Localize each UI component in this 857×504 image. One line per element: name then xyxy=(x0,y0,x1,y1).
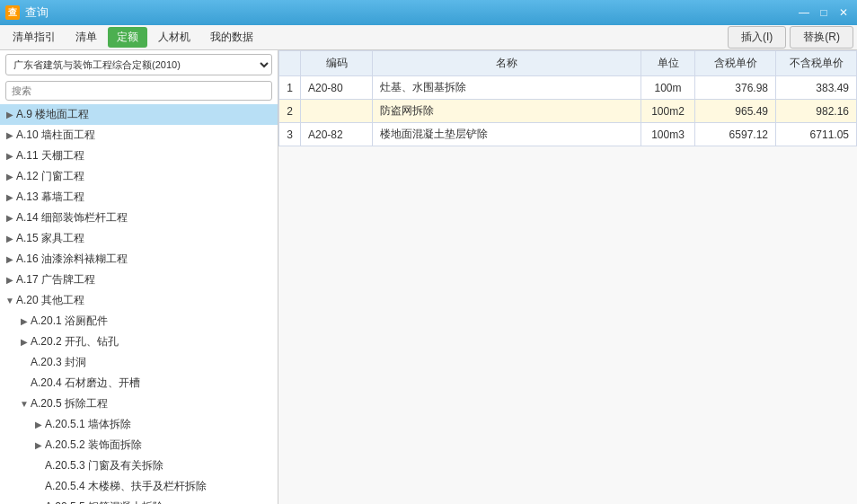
row-unit-3: 100m3 xyxy=(641,123,695,146)
tree-label-a11: A.11 天棚工程 xyxy=(16,148,274,164)
tree-item-a201[interactable]: ▶ A.20.1 浴厕配件 xyxy=(0,311,278,332)
tree-label-a203: A.20.3 封洞 xyxy=(31,355,274,370)
tree-toggle-a9: ▶ xyxy=(4,110,16,119)
row-notaxprice-1: 383.49 xyxy=(776,76,857,100)
tree-item-a17[interactable]: ▶ A.17 广告牌工程 xyxy=(0,270,278,290)
tree-label-a20: A.20 其他工程 xyxy=(16,293,274,308)
app-icon: 查 xyxy=(5,5,20,20)
tree-item-a12[interactable]: ▶ A.12 门窗工程 xyxy=(0,166,278,187)
insert-button[interactable]: 插入(I) xyxy=(728,26,786,49)
tree-label-a2054: A.20.5.4 木楼梯、扶手及栏杆拆除 xyxy=(45,479,274,494)
th-name: 名称 xyxy=(373,51,641,76)
row-taxprice-1: 376.98 xyxy=(695,76,776,100)
table-row[interactable]: 3 A20-82 楼地面混凝土垫层铲除 100m3 6597.12 6711.0… xyxy=(279,123,857,146)
maximize-button[interactable]: □ xyxy=(816,5,832,20)
menu-item-dingguo[interactable]: 定额 xyxy=(108,27,147,48)
tree-label-a12: A.12 门窗工程 xyxy=(16,169,274,184)
tree-item-a2055[interactable]: A.20.5.5 钢筋混凝土拆除 xyxy=(0,497,278,504)
th-notax-price: 不含税单价 xyxy=(776,51,857,76)
tree-item-a2051[interactable]: ▶ A.20.5.1 墙体拆除 xyxy=(0,414,278,435)
table-row[interactable]: 1 A20-80 灶基、水围基拆除 100m 376.98 383.49 xyxy=(279,76,857,100)
right-panel: 编码 名称 单位 含税单价 不含税单价 1 A20-80 灶基、水围基拆除 10… xyxy=(278,50,857,504)
tree-label-a10: A.10 墙柱面工程 xyxy=(16,128,274,143)
quota-dropdown[interactable]: 广东省建筑与装饰工程综合定额(2010) xyxy=(5,54,272,75)
tree-toggle-a13: ▶ xyxy=(4,192,16,202)
tree-toggle-a2052: ▶ xyxy=(32,440,45,450)
tree-item-a11[interactable]: ▶ A.11 天棚工程 xyxy=(0,146,278,166)
main-layout: 广东省建筑与装饰工程综合定额(2010) ▶ A.9 楼地面工程 ▶ A.10 … xyxy=(0,50,857,504)
row-unit-1: 100m xyxy=(641,76,695,100)
tree-label-a17: A.17 广告牌工程 xyxy=(16,272,274,287)
tree-item-a2053[interactable]: A.20.5.3 门窗及有关拆除 xyxy=(0,455,278,476)
minimize-button[interactable]: — xyxy=(796,5,812,20)
tree-item-a14[interactable]: ▶ A.14 细部装饰栏杆工程 xyxy=(0,208,278,228)
title-bar-left: 查 查询 xyxy=(5,4,49,21)
tree-toggle-a17: ▶ xyxy=(4,275,16,285)
menu-bar: 清单指引 清单 定额 人材机 我的数据 插入(I) 替换(R) xyxy=(0,25,857,50)
right-scroll[interactable]: 编码 名称 单位 含税单价 不含税单价 1 A20-80 灶基、水围基拆除 10… xyxy=(278,50,857,504)
tree-toggle-a20: ▼ xyxy=(4,296,16,305)
tree-item-a13[interactable]: ▶ A.13 幕墙工程 xyxy=(0,187,278,208)
row-name-1: 灶基、水围基拆除 xyxy=(373,76,641,100)
tree-label-a201: A.20.1 浴厕配件 xyxy=(31,314,274,329)
menu-item-qingdan-zhinyin[interactable]: 清单指引 xyxy=(4,27,65,48)
menu-item-rencaiji[interactable]: 人材机 xyxy=(149,27,199,48)
tree-toggle-a12: ▶ xyxy=(4,172,16,181)
tree-label-a9: A.9 楼地面工程 xyxy=(16,107,274,122)
row-code-1: A20-80 xyxy=(301,76,373,100)
tree-item-a2052[interactable]: ▶ A.20.5.2 装饰面拆除 xyxy=(0,435,278,455)
tree-label-a2051: A.20.5.1 墙体拆除 xyxy=(45,417,274,432)
close-button[interactable]: ✕ xyxy=(835,5,852,20)
row-name-2: 防盗网拆除 xyxy=(373,100,641,123)
menu-item-qingdan[interactable]: 清单 xyxy=(66,27,106,48)
menu-item-wode-shuju[interactable]: 我的数据 xyxy=(201,27,262,48)
th-tax-price: 含税单价 xyxy=(695,51,776,76)
search-input[interactable] xyxy=(5,81,272,101)
tree-toggle-a201: ▶ xyxy=(18,316,31,326)
tree-item-a15[interactable]: ▶ A.15 家具工程 xyxy=(0,228,278,249)
title-bar: 查 查询 — □ ✕ xyxy=(0,0,857,25)
tree-item-a20[interactable]: ▼ A.20 其他工程 xyxy=(0,290,278,311)
replace-button[interactable]: 替换(R) xyxy=(790,26,853,49)
tree-item-a204[interactable]: A.20.4 石材磨边、开槽 xyxy=(0,373,278,393)
row-notaxprice-3: 6711.05 xyxy=(776,123,857,146)
row-unit-2: 100m2 xyxy=(641,100,695,123)
row-taxprice-3: 6597.12 xyxy=(695,123,776,146)
row-taxprice-2: 965.49 xyxy=(695,100,776,123)
tree-toggle-a202: ▶ xyxy=(18,337,31,347)
tree-toggle-a2051: ▶ xyxy=(32,420,45,429)
tree-container[interactable]: ▶ A.9 楼地面工程 ▶ A.10 墙柱面工程 ▶ A.11 天棚工程 ▶ A… xyxy=(0,104,278,504)
tree-toggle-a15: ▶ xyxy=(4,234,16,243)
tree-label-a205: A.20.5 拆除工程 xyxy=(31,396,274,411)
row-name-3: 楼地面混凝土垫层铲除 xyxy=(373,123,641,146)
row-num-2: 2 xyxy=(279,100,301,123)
tree-label-a15: A.15 家具工程 xyxy=(16,231,274,246)
tree-label-a202: A.20.2 开孔、钻孔 xyxy=(31,334,274,349)
tree-label-a2052: A.20.5.2 装饰面拆除 xyxy=(45,438,274,453)
tree-label-a2053: A.20.5.3 门窗及有关拆除 xyxy=(45,458,274,473)
tree-label-a16: A.16 油漆涂料裱糊工程 xyxy=(16,252,274,267)
tree-label-a2055: A.20.5.5 钢筋混凝土拆除 xyxy=(45,500,274,504)
tree-toggle-a16: ▶ xyxy=(4,254,16,264)
tree-toggle-a11: ▶ xyxy=(4,151,16,161)
tree-label-a13: A.13 幕墙工程 xyxy=(16,190,274,205)
row-code-3: A20-82 xyxy=(301,123,373,146)
tree-item-a203[interactable]: A.20.3 封洞 xyxy=(0,352,278,373)
tree-item-a9[interactable]: ▶ A.9 楼地面工程 xyxy=(0,104,278,125)
search-box xyxy=(5,81,272,101)
tree-toggle-a10: ▶ xyxy=(4,130,16,140)
row-num-3: 3 xyxy=(279,123,301,146)
tree-item-a205[interactable]: ▼ A.20.5 拆除工程 xyxy=(0,393,278,414)
tree-item-a16[interactable]: ▶ A.16 油漆涂料裱糊工程 xyxy=(0,249,278,270)
tree-item-a202[interactable]: ▶ A.20.2 开孔、钻孔 xyxy=(0,332,278,352)
th-num xyxy=(279,51,301,76)
tree-toggle-a205: ▼ xyxy=(18,399,31,409)
row-code-2 xyxy=(301,100,373,123)
left-panel: 广东省建筑与装饰工程综合定额(2010) ▶ A.9 楼地面工程 ▶ A.10 … xyxy=(0,50,278,504)
th-code: 编码 xyxy=(301,51,373,76)
tree-item-a2054[interactable]: A.20.5.4 木楼梯、扶手及栏杆拆除 xyxy=(0,476,278,497)
data-table: 编码 名称 单位 含税单价 不含税单价 1 A20-80 灶基、水围基拆除 10… xyxy=(278,50,857,146)
table-row-highlighted[interactable]: 2 防盗网拆除 100m2 965.49 982.16 xyxy=(279,100,857,123)
tree-item-a10[interactable]: ▶ A.10 墙柱面工程 xyxy=(0,125,278,146)
tree-toggle-a14: ▶ xyxy=(4,213,16,223)
